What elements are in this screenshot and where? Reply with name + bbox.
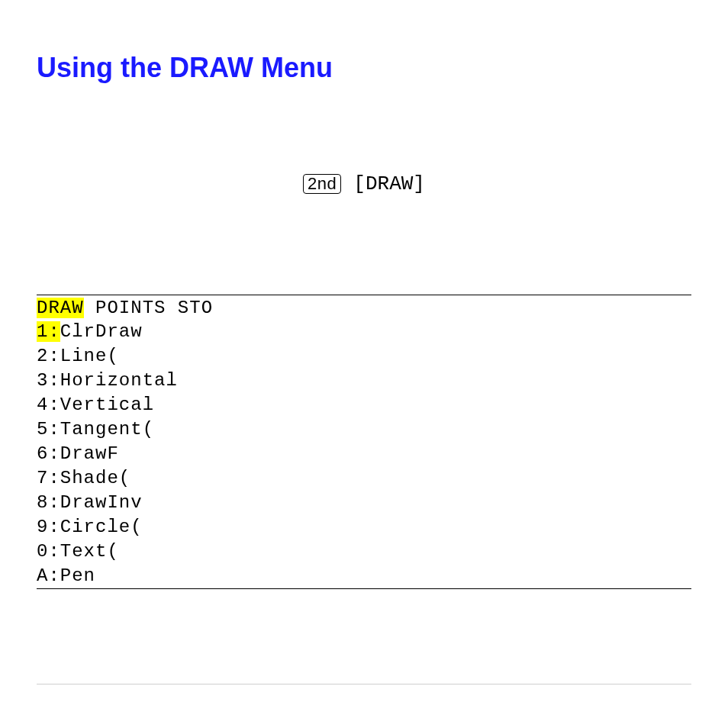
menu-item: 6:DrawF <box>37 442 691 466</box>
menu-item-label: ClrDraw <box>60 321 143 342</box>
key-2nd: 2nd <box>303 174 341 194</box>
menu-item-number: 8: <box>37 492 60 513</box>
menu-item: 3:Horizontal <box>37 369 691 393</box>
tab-gap <box>166 298 177 318</box>
menu-item: 8:DrawInv <box>37 491 691 515</box>
menu-item-number: 4: <box>37 395 60 415</box>
menu-items: 1:ClrDraw 2:Line( 3:Horizontal 4:Vertica… <box>37 320 691 588</box>
tab-sto: STO <box>178 298 213 318</box>
tab-points: POINTS <box>95 298 166 318</box>
menu-item-label: Text( <box>60 541 119 562</box>
menu-item: 9:Circle( <box>37 515 691 540</box>
menu-item-number: 2: <box>37 346 60 366</box>
menu-item-label: Shade( <box>60 468 130 488</box>
menu-item-number: 1: <box>37 321 60 342</box>
menu-item: 2:Line( <box>37 344 691 369</box>
menu-item-number: 0: <box>37 541 60 562</box>
menu-item-label: Horizontal <box>60 370 178 391</box>
page-heading: Using the DRAW Menu <box>37 52 691 84</box>
menu-item-label: Vertical <box>60 395 154 415</box>
key-sequence: 2nd [DRAW] <box>37 172 691 195</box>
menu-item: 4:Vertical <box>37 393 691 417</box>
menu-item: 5:Tangent( <box>37 417 691 442</box>
footer-rule <box>37 684 691 685</box>
menu-item-number: 7: <box>37 468 60 488</box>
menu-item: A:Pen <box>37 564 691 588</box>
menu-tabs: DRAW POINTS STO <box>37 295 691 320</box>
menu-item-number: 5: <box>37 419 60 440</box>
menu-item-label: Pen <box>60 565 95 586</box>
tab-gap <box>84 298 95 318</box>
menu-item-label: Tangent( <box>60 419 154 440</box>
tab-draw: DRAW <box>37 298 84 318</box>
menu-item-label: Circle( <box>60 517 143 537</box>
menu-item-label: DrawInv <box>60 492 143 513</box>
draw-menu-block: DRAW POINTS STO 1:ClrDraw 2:Line( 3:Hori… <box>37 295 691 589</box>
key-draw-bracket: [DRAW] <box>353 172 425 195</box>
menu-item-label: Line( <box>60 346 119 366</box>
menu-item-number: 9: <box>37 517 60 537</box>
menu-item-number: 3: <box>37 370 60 391</box>
menu-item-label: DrawF <box>60 443 119 464</box>
menu-item-number: A: <box>37 565 60 586</box>
menu-item: 1:ClrDraw <box>37 320 691 344</box>
menu-item-number: 6: <box>37 443 60 464</box>
menu-item: 0:Text( <box>37 540 691 564</box>
menu-item: 7:Shade( <box>37 466 691 491</box>
